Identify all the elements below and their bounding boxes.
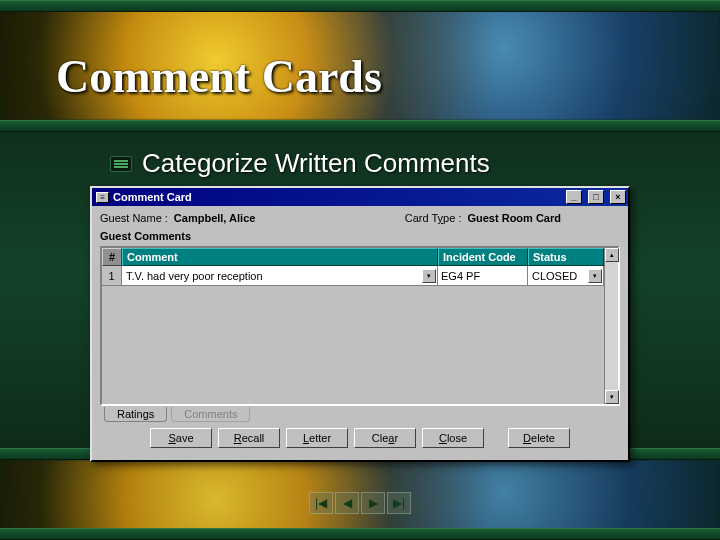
divider-bar (0, 120, 720, 132)
nav-last-button[interactable]: ▶| (387, 492, 411, 514)
comment-cell[interactable]: ▾ (122, 266, 438, 286)
grid-header: # Comment Incident Code Status (102, 248, 604, 266)
nav-prev-button[interactable]: ◀ (335, 492, 359, 514)
tab-comments[interactable]: Comments (171, 407, 250, 422)
divider-bar (0, 528, 720, 540)
slide-nav-controls: |◀ ◀ ▶ ▶| (309, 492, 411, 514)
maximize-button[interactable]: □ (588, 190, 604, 204)
button-bar: Save Recall Letter Clear Close Delete (92, 422, 628, 454)
card-type-value: Guest Room Card (467, 212, 561, 224)
comments-grid: # Comment Incident Code Status 1 ▾ (100, 246, 620, 406)
status-cell[interactable]: ▾ (528, 266, 604, 286)
bullet-icon (110, 156, 132, 172)
scroll-track[interactable] (605, 262, 618, 390)
grid-body: # Comment Incident Code Status 1 ▾ (102, 248, 604, 404)
slide-stage: Comment Cards Categorize Written Comment… (0, 0, 720, 540)
tabs-row: Ratings Comments (92, 407, 628, 422)
tab-ratings-label: Ratings (117, 408, 154, 420)
comment-card-window: ≡ Comment Card _ □ × Guest Name : Campbe… (90, 186, 630, 462)
scroll-up-button[interactable]: ▴ (605, 248, 619, 262)
subtitle-row: Categorize Written Comments (110, 148, 490, 179)
nav-first-button[interactable]: |◀ (309, 492, 333, 514)
incident-input[interactable] (441, 269, 524, 283)
clear-button[interactable]: Clear (354, 428, 416, 448)
status-input[interactable] (529, 269, 588, 283)
section-label: Guest Comments (92, 226, 628, 244)
table-row: 1 ▾ ▾ (102, 266, 604, 286)
status-dropdown-button[interactable]: ▾ (588, 269, 602, 283)
window-system-icon[interactable]: ≡ (96, 192, 109, 203)
divider-bar (0, 0, 720, 12)
grid-scrollbar[interactable]: ▴ ▾ (604, 248, 618, 404)
guest-name-value: Campbell, Alice (174, 212, 256, 224)
row-num: 1 (102, 266, 122, 286)
nav-next-button[interactable]: ▶ (361, 492, 385, 514)
guest-name-label: Guest Name : (100, 212, 168, 224)
form-row-guest: Guest Name : Campbell, Alice Card Type :… (92, 206, 628, 226)
tab-comments-label: Comments (184, 408, 237, 420)
col-header-status[interactable]: Status (528, 248, 604, 266)
col-header-comment[interactable]: Comment (122, 248, 438, 266)
minimize-button[interactable]: _ (566, 190, 582, 204)
window-titlebar[interactable]: ≡ Comment Card _ □ × (92, 188, 628, 206)
comment-input[interactable] (123, 269, 422, 283)
close-button[interactable]: × (610, 190, 626, 204)
close-window-button[interactable]: Close (422, 428, 484, 448)
grid-empty-area (102, 286, 590, 404)
letter-button[interactable]: Letter (286, 428, 348, 448)
save-button[interactable]: Save (150, 428, 212, 448)
scroll-down-button[interactable]: ▾ (605, 390, 619, 404)
window-title: Comment Card (113, 191, 562, 203)
comment-dropdown-button[interactable]: ▾ (422, 269, 436, 283)
slide-subtitle: Categorize Written Comments (142, 148, 490, 179)
slide-title: Comment Cards (56, 50, 382, 103)
incident-cell[interactable] (438, 266, 528, 286)
tab-ratings[interactable]: Ratings (104, 407, 167, 422)
card-type-label: Card Type : (405, 212, 462, 224)
col-header-incident[interactable]: Incident Code (438, 248, 528, 266)
col-header-num[interactable]: # (102, 248, 122, 266)
delete-button[interactable]: Delete (508, 428, 570, 448)
recall-button[interactable]: Recall (218, 428, 280, 448)
